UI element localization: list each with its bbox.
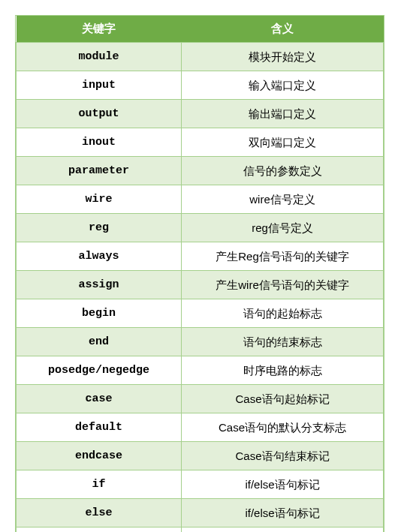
keyword-cell: wire: [17, 185, 182, 214]
table-row: defaultCase语句的默认分支标志: [17, 413, 384, 442]
table-row: parameter信号的参数定义: [17, 157, 384, 185]
meaning-cell: 时序电路的标志: [182, 356, 384, 385]
table-row: output输出端口定义: [17, 100, 384, 128]
table-row: end语句的结束标志: [17, 328, 384, 356]
meaning-cell: 语句的起始标志: [182, 299, 384, 328]
keyword-cell: output: [17, 100, 182, 128]
keyword-cell: else: [17, 499, 182, 527]
keyword-cell: reg: [17, 214, 182, 242]
keyword-cell: case: [17, 385, 182, 413]
table-row: caseCase语句起始标记: [17, 385, 384, 413]
keyword-cell: parameter: [17, 157, 182, 185]
table-row: begin语句的起始标志: [17, 299, 384, 328]
meaning-cell: if/else语句标记: [182, 470, 384, 499]
meaning-cell: reg信号定义: [182, 214, 384, 242]
meaning-cell: Case语句结束标记: [182, 442, 384, 470]
table-row: posedge/negedge时序电路的标志: [17, 356, 384, 385]
keyword-table: 关键字 含义 module模块开始定义input输入端口定义output输出端口…: [16, 16, 384, 532]
keyword-cell: default: [17, 413, 182, 442]
table-row: inout双向端口定义: [17, 128, 384, 157]
table-row: always产生Reg信号语句的关键字: [17, 242, 384, 271]
keyword-cell: assign: [17, 271, 182, 299]
meaning-cell: Case语句的默认分支标志: [182, 413, 384, 442]
meaning-cell: for语句标记: [182, 527, 384, 533]
meaning-cell: 产生Reg信号语句的关键字: [182, 242, 384, 271]
meaning-cell: Case语句起始标记: [182, 385, 384, 413]
keyword-table-container: 关键字 含义 module模块开始定义input输入端口定义output输出端口…: [15, 15, 384, 532]
table-row: wirewire信号定义: [17, 185, 384, 214]
table-body: module模块开始定义input输入端口定义output输出端口定义inout…: [17, 43, 384, 533]
table-row: module模块开始定义: [17, 43, 384, 71]
keyword-cell: inout: [17, 128, 182, 157]
header-keyword: 关键字: [17, 16, 182, 43]
table-row: forfor语句标记: [17, 527, 384, 533]
keyword-cell: end: [17, 328, 182, 356]
keyword-cell: module: [17, 43, 182, 71]
keyword-cell: input: [17, 71, 182, 100]
meaning-cell: wire信号定义: [182, 185, 384, 214]
header-meaning: 含义: [182, 16, 384, 43]
meaning-cell: 输入端口定义: [182, 71, 384, 100]
keyword-cell: endcase: [17, 442, 182, 470]
meaning-cell: 输出端口定义: [182, 100, 384, 128]
meaning-cell: if/else语句标记: [182, 499, 384, 527]
meaning-cell: 模块开始定义: [182, 43, 384, 71]
keyword-cell: always: [17, 242, 182, 271]
meaning-cell: 产生wire信号语句的关键字: [182, 271, 384, 299]
keyword-cell: posedge/negedge: [17, 356, 182, 385]
meaning-cell: 信号的参数定义: [182, 157, 384, 185]
keyword-cell: begin: [17, 299, 182, 328]
table-row: input输入端口定义: [17, 71, 384, 100]
table-row: regreg信号定义: [17, 214, 384, 242]
keyword-cell: for: [17, 527, 182, 533]
table-row: endcaseCase语句结束标记: [17, 442, 384, 470]
meaning-cell: 语句的结束标志: [182, 328, 384, 356]
table-row: ifif/else语句标记: [17, 470, 384, 499]
table-row: elseif/else语句标记: [17, 499, 384, 527]
table-header: 关键字 含义: [17, 16, 384, 43]
table-row: assign产生wire信号语句的关键字: [17, 271, 384, 299]
meaning-cell: 双向端口定义: [182, 128, 384, 157]
keyword-cell: if: [17, 470, 182, 499]
